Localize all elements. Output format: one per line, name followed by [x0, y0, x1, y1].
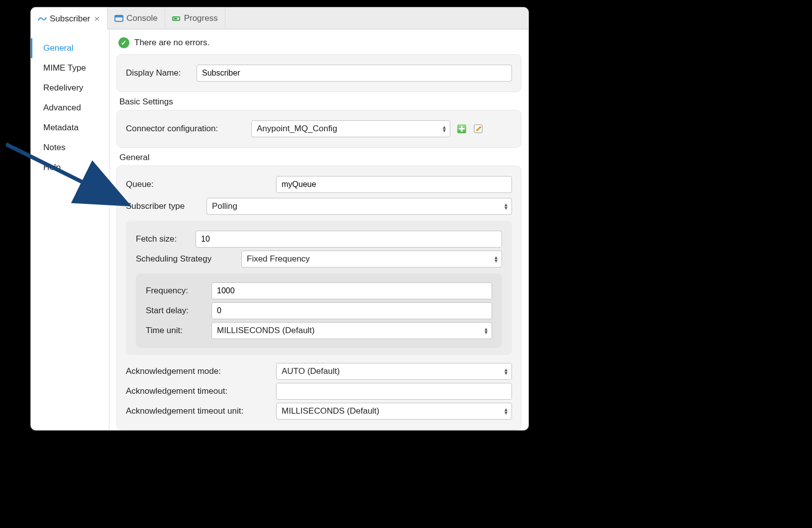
scheduling-strategy-label: Scheduling Strategy	[136, 254, 235, 264]
frequency-input[interactable]	[211, 282, 492, 299]
scheduling-strategy-select[interactable]: Fixed Frequency ▲▼	[241, 251, 502, 267]
time-unit-value: MILLISECONDS (Default)	[217, 326, 315, 336]
sidebar-item-general[interactable]: General	[31, 38, 109, 58]
queue-input[interactable]	[276, 176, 512, 193]
connector-config-value: Anypoint_MQ_Config	[257, 124, 337, 134]
basic-settings-card: Connector configuration: Anypoint_MQ_Con…	[116, 110, 521, 148]
chevron-updown-icon: ▲▼	[504, 408, 508, 415]
chevron-updown-icon: ▲▼	[494, 256, 499, 263]
general-card: Queue: Subscriber type Polling ▲▼ Fetch …	[116, 166, 521, 430]
fetch-size-label: Fetch size:	[136, 234, 190, 244]
queue-label: Queue:	[126, 179, 270, 189]
subscriber-type-label: Subscriber type	[126, 201, 201, 211]
connector-config-select[interactable]: Anypoint_MQ_Config ▲▼	[251, 120, 450, 137]
ack-timeout-unit-label: Acknowledgement timeout unit:	[126, 406, 270, 416]
subscriber-icon	[38, 15, 47, 23]
basic-settings-title: Basic Settings	[119, 97, 520, 107]
ack-mode-value: AUTO (Default)	[282, 366, 340, 376]
status-text: There are no errors.	[134, 38, 209, 48]
tab-console[interactable]: Console	[107, 7, 165, 29]
sidebar-item-metadata[interactable]: Metadata	[31, 118, 109, 138]
display-name-input[interactable]	[197, 65, 512, 82]
sidebar-item-advanced[interactable]: Advanced	[31, 98, 109, 118]
status-bar: ✓ There are no errors.	[118, 37, 521, 48]
time-unit-label: Time unit:	[146, 326, 205, 336]
edit-icon	[474, 124, 484, 134]
start-delay-label: Start delay:	[146, 306, 205, 316]
chevron-updown-icon: ▲▼	[504, 203, 508, 210]
ack-timeout-input[interactable]	[276, 383, 512, 400]
tab-subscriber[interactable]: Subscriber ✕	[31, 7, 107, 29]
polling-panel: Fetch size: Scheduling Strategy Fixed Fr…	[126, 221, 512, 355]
time-unit-select[interactable]: MILLISECONDS (Default) ▲▼	[211, 322, 492, 339]
console-icon	[114, 14, 123, 22]
svg-rect-1	[115, 15, 123, 17]
ack-timeout-unit-select[interactable]: MILLISECONDS (Default) ▲▼	[276, 403, 512, 420]
fetch-size-input[interactable]	[196, 231, 502, 248]
sidebar-item-redelivery[interactable]: Redelivery	[31, 78, 109, 98]
tab-subscriber-label: Subscriber	[50, 14, 90, 24]
tab-console-label: Console	[126, 13, 157, 23]
progress-icon	[172, 14, 181, 22]
svg-rect-3	[174, 18, 177, 19]
ack-mode-label: Acknowledgement mode:	[126, 366, 270, 376]
scheduling-strategy-value: Fixed Frequency	[247, 254, 310, 264]
chevron-updown-icon: ▲▼	[504, 368, 508, 375]
check-circle-icon: ✓	[118, 37, 129, 48]
start-delay-input[interactable]	[211, 302, 492, 319]
edit-config-button[interactable]	[473, 123, 484, 134]
sidebar-item-notes[interactable]: Notes	[31, 138, 109, 158]
ack-timeout-label: Acknowledgement timeout:	[126, 386, 270, 396]
chevron-updown-icon: ▲▼	[442, 125, 447, 132]
config-window: Subscriber ✕ Console Progress General MI…	[31, 7, 528, 430]
connector-config-label: Connector configuration:	[126, 124, 245, 134]
close-icon[interactable]: ✕	[94, 15, 100, 23]
subscriber-type-select[interactable]: Polling ▲▼	[206, 198, 512, 215]
tab-progress-label: Progress	[184, 13, 218, 23]
plus-icon	[457, 124, 466, 133]
chevron-updown-icon: ▲▼	[484, 327, 489, 334]
display-name-label: Display Name:	[126, 68, 191, 78]
frequency-panel: Frequency: Start delay: Time unit: MILLI…	[136, 273, 502, 348]
tab-progress[interactable]: Progress	[165, 7, 225, 29]
subscriber-type-value: Polling	[212, 201, 237, 211]
sidebar-item-help[interactable]: Help	[31, 158, 109, 177]
ack-timeout-unit-value: MILLISECONDS (Default)	[282, 406, 380, 416]
general-title: General	[119, 153, 520, 163]
sidebar-item-mime-type[interactable]: MIME Type	[31, 58, 109, 78]
frequency-label: Frequency:	[146, 286, 205, 296]
display-name-card: Display Name:	[116, 54, 521, 92]
add-config-button[interactable]	[456, 123, 467, 134]
ack-mode-select[interactable]: AUTO (Default) ▲▼	[276, 363, 512, 380]
tabbar: Subscriber ✕ Console Progress	[31, 7, 528, 29]
sidebar: General MIME Type Redelivery Advanced Me…	[31, 29, 109, 430]
content-pane: ✓ There are no errors. Display Name: Bas…	[109, 29, 528, 430]
